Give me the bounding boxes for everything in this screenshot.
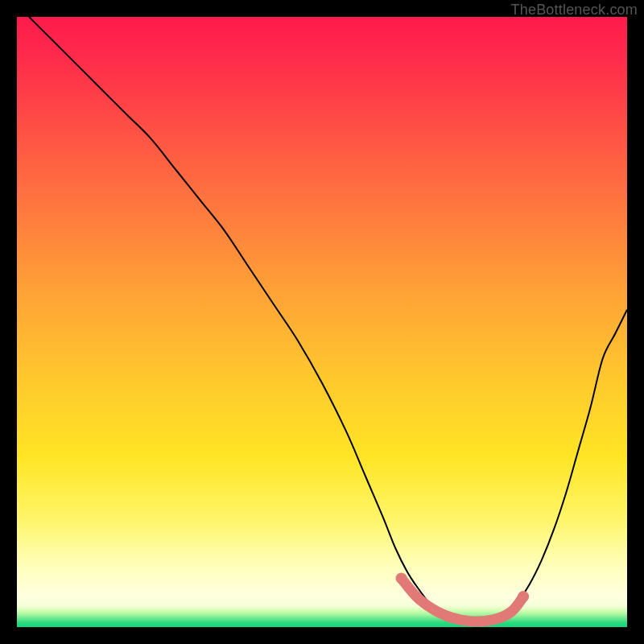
curve-overlay: [17, 17, 627, 627]
plot-area: [17, 17, 627, 627]
chart-frame: TheBottleneck.com: [0, 0, 644, 644]
bottleneck-curve: [29, 17, 627, 621]
optimal-range-start-dot: [396, 572, 407, 584]
optimal-range-highlight: [402, 578, 524, 621]
watermark-text: TheBottleneck.com: [511, 2, 638, 19]
optimal-range-end-dot: [518, 591, 529, 602]
